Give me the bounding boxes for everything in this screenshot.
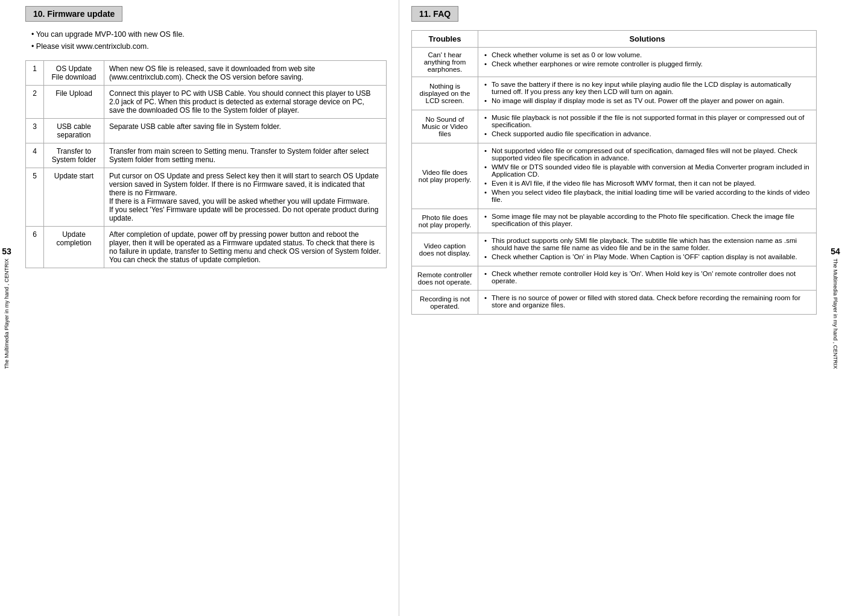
main-content: 10. Firmware update You can upgrade MVP-… [13,0,829,616]
left-panel: 10. Firmware update You can upgrade MVP-… [13,0,399,616]
list-item: No image will display if display mode is… [483,97,811,104]
table-row: No Sound of Music or Video filesMusic fi… [412,110,817,143]
step-name: Update completion [44,227,104,268]
solution-cell: Check whether remote controller Hold key… [478,266,817,291]
table-row: Video caption does not display.This prod… [412,233,817,266]
trouble-cell: No Sound of Music or Video files [412,110,478,143]
right-panel: 11. FAQ Troubles Solutions Can' t hear a… [399,0,829,616]
faq-section-title: 11. FAQ [411,6,458,22]
trouble-cell: Photo file does not play properly. [412,209,478,233]
step-number: 4 [26,143,44,168]
solution-cell: Some image file may not be playable acco… [478,209,817,233]
right-page-number: 54 [831,247,840,256]
trouble-cell: Can' t hear anything from earphones. [412,48,478,77]
table-row: Nothing is displayed on the LCD screen.T… [412,77,817,110]
trouble-cell: Nothing is displayed on the LCD screen. [412,77,478,110]
list-item: This product supports only SMI file play… [483,237,811,251]
step-name: USB cable separation [44,119,104,143]
step-name: Update start [44,168,104,227]
list-item: Music file playback is not possible if t… [483,114,811,128]
list-item: WMV file or DTS sounded video file is pl… [483,163,811,178]
right-side-label: 54 The Multimedia Player in my hand , CE… [829,0,842,616]
left-side-text: The Multimedia Player in my hand , CENTR… [4,259,10,369]
table-row: 3USB cable separationSeparate USB cable … [26,119,387,143]
solution-cell: There is no source of power or filled wi… [478,291,817,315]
table-row: Video file does not play properly.Not su… [412,143,817,209]
faq-table: Troubles Solutions Can' t hear anything … [411,30,817,315]
step-name: File Upload [44,86,104,119]
intro-item: You can upgrade MVP-100 with new OS file… [31,30,387,39]
firmware-intro-list: You can upgrade MVP-100 with new OS file… [31,30,387,51]
trouble-cell: Recording is not operated. [412,291,478,315]
right-side-text: The Multimedia Player in my hand , CENTR… [832,259,838,369]
list-item: Even it is AVI file, if the video file h… [483,180,811,187]
step-name: Transfer to System folder [44,143,104,168]
table-row: 4Transfer to System folderTransfer from … [26,143,387,168]
table-row: Recording is not operated.There is no so… [412,291,817,315]
solution-cell: Not supported video file or compressed o… [478,143,817,209]
step-desc: Separate USB cable after saving file in … [104,119,387,143]
step-number: 1 [26,61,44,86]
step-number: 6 [26,227,44,268]
table-row: 2File UploadConnect this player to PC wi… [26,86,387,119]
list-item: Check supported audio file specification… [483,130,811,137]
left-page-number: 53 [2,247,11,256]
list-item: Some image file may not be playable acco… [483,213,811,227]
step-number: 5 [26,168,44,227]
list-item: Check whether remote controller Hold key… [483,270,811,284]
solution-cell: This product supports only SMI file play… [478,233,817,266]
trouble-cell: Video file does not play properly. [412,143,478,209]
step-number: 2 [26,86,44,119]
table-row: 5Update startPut cursor on OS Update and… [26,168,387,227]
step-number: 3 [26,119,44,143]
list-item: To save the battery if there is no key i… [483,81,811,95]
step-name: OS Update File download [44,61,104,86]
table-row: Can' t hear anything from earphones.Chec… [412,48,817,77]
list-item: There is no source of power or filled wi… [483,294,811,309]
solution-cell: Music file playback is not possible if t… [478,110,817,143]
list-item: Not supported video file or compressed o… [483,147,811,162]
firmware-table: 1OS Update File downloadWhen new OS file… [25,60,387,268]
step-desc: When new OS file is released, save it do… [104,61,387,86]
table-row: 1OS Update File downloadWhen new OS file… [26,61,387,86]
col-solutions: Solutions [478,31,817,48]
list-item: Check whether volume is set as 0 or low … [483,51,811,58]
solution-cell: To save the battery if there is no key i… [478,77,817,110]
list-item: Check whether earphones or wire remote c… [483,60,811,68]
col-trouble: Troubles [412,31,478,48]
firmware-section-title: 10. Firmware update [25,6,122,22]
step-desc: After completion of update, power off by… [104,227,387,268]
list-item: When you select video file playback, the… [483,189,811,203]
solution-cell: Check whether volume is set as 0 or low … [478,48,817,77]
table-row: Remote controller does not operate.Check… [412,266,817,291]
list-item: Check whether Caption is 'On' in Play Mo… [483,253,811,260]
intro-item: Please visit www.centrixclub.com. [31,42,387,51]
left-side-label: 53 The Multimedia Player in my hand , CE… [0,0,13,616]
step-desc: Put cursor on OS Update and press Select… [104,168,387,227]
step-desc: Transfer from main screen to Setting men… [104,143,387,168]
table-row: 6Update completionAfter completion of up… [26,227,387,268]
trouble-cell: Remote controller does not operate. [412,266,478,291]
trouble-cell: Video caption does not display. [412,233,478,266]
table-row: Photo file does not play properly.Some i… [412,209,817,233]
step-desc: Connect this player to PC with USB Cable… [104,86,387,119]
